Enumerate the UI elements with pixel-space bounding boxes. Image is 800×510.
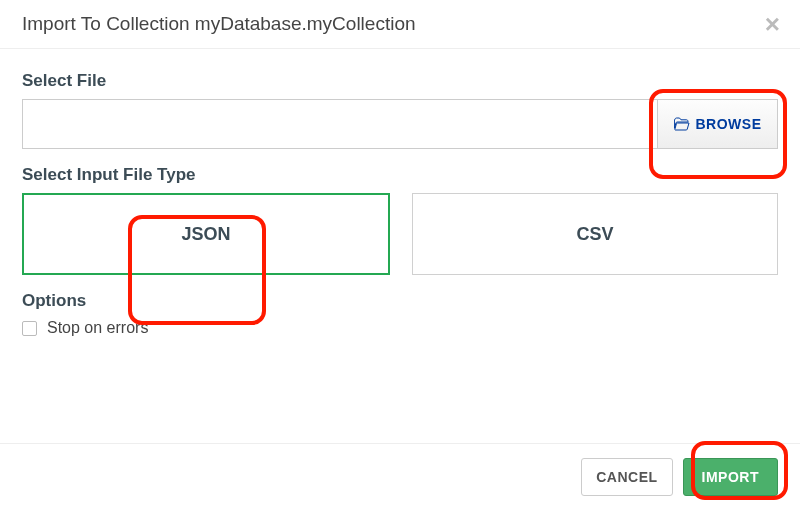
select-file-label: Select File bbox=[22, 71, 778, 91]
cancel-button[interactable]: CANCEL bbox=[581, 458, 672, 496]
modal-footer: CANCEL IMPORT bbox=[0, 443, 800, 510]
modal-header: Import To Collection myDatabase.myCollec… bbox=[0, 0, 800, 49]
close-icon[interactable]: × bbox=[765, 11, 780, 37]
browse-button[interactable]: BROWSE bbox=[657, 100, 777, 148]
options-body: Stop on errors bbox=[22, 319, 778, 337]
modal-body: Select File BROWSE Select Input File Typ… bbox=[0, 49, 800, 443]
modal-title: Import To Collection myDatabase.myCollec… bbox=[22, 13, 416, 35]
stop-on-errors-row: Stop on errors bbox=[22, 319, 778, 337]
import-label: IMPORT bbox=[702, 469, 759, 485]
import-button[interactable]: IMPORT bbox=[683, 458, 778, 496]
file-type-json[interactable]: JSON bbox=[22, 193, 390, 275]
file-type-csv[interactable]: CSV bbox=[412, 193, 778, 275]
folder-open-icon bbox=[674, 117, 690, 131]
file-type-row: JSON CSV bbox=[22, 193, 778, 275]
stop-on-errors-label: Stop on errors bbox=[47, 319, 148, 337]
cancel-label: CANCEL bbox=[596, 469, 657, 485]
import-modal: Import To Collection myDatabase.myCollec… bbox=[0, 0, 800, 510]
browse-label: BROWSE bbox=[696, 116, 762, 132]
select-type-label: Select Input File Type bbox=[22, 165, 778, 185]
csv-label: CSV bbox=[576, 224, 613, 245]
options-label: Options bbox=[22, 291, 778, 311]
stop-on-errors-checkbox[interactable] bbox=[22, 321, 37, 336]
file-path-input[interactable] bbox=[23, 100, 657, 148]
json-label: JSON bbox=[181, 224, 230, 245]
file-picker-row: BROWSE bbox=[22, 99, 778, 149]
